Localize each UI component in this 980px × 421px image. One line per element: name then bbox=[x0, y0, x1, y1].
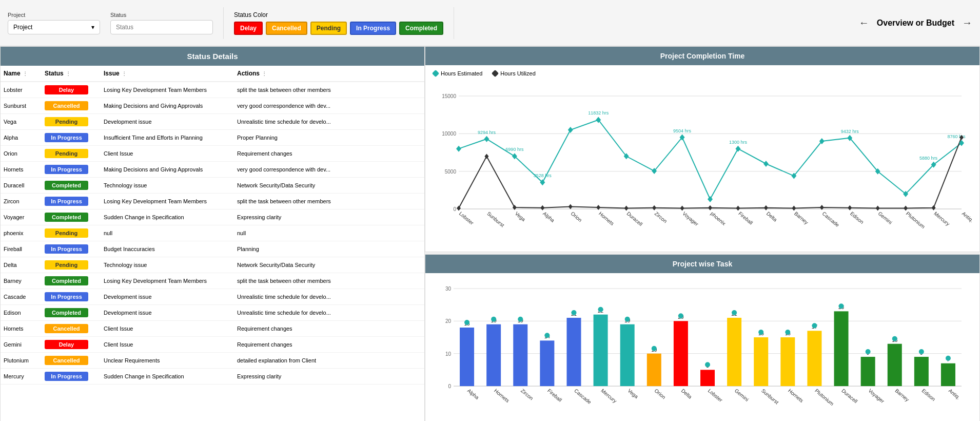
svg-marker-23 bbox=[708, 196, 713, 202]
row-issue: Sudden Change in Specification bbox=[101, 209, 234, 225]
row-status: Pending bbox=[42, 257, 101, 273]
svg-text:9432 hrs: 9432 hrs bbox=[841, 129, 859, 134]
row-name: Zircon bbox=[1, 194, 42, 209]
svg-point-104 bbox=[625, 317, 630, 322]
row-status: In Progress bbox=[42, 194, 101, 209]
row-action: Requirement changes bbox=[234, 337, 424, 353]
row-name: Voyager bbox=[1, 209, 42, 225]
inprogress-badge[interactable]: In Progress bbox=[350, 22, 396, 35]
row-action: split the task between other members bbox=[234, 82, 424, 98]
delay-badge[interactable]: Delay bbox=[234, 22, 263, 35]
project-value: Project bbox=[13, 24, 32, 31]
table-row: Sunburst Cancelled Making Decisions and … bbox=[1, 98, 424, 114]
svg-rect-120 bbox=[780, 337, 795, 386]
svg-text:0: 0 bbox=[448, 384, 451, 389]
pending-badge[interactable]: Pending bbox=[310, 22, 347, 35]
completion-legend: Hours Estimated Hours Utilized bbox=[433, 70, 972, 76]
svg-point-98 bbox=[571, 310, 576, 315]
svg-rect-138 bbox=[941, 363, 955, 386]
chevron-down-icon: ▾ bbox=[91, 24, 94, 31]
status-input[interactable] bbox=[110, 20, 213, 34]
row-status: In Progress bbox=[42, 241, 101, 257]
svg-text:Vega: Vega bbox=[514, 210, 527, 222]
row-action: Proper Planning bbox=[234, 130, 424, 146]
svg-text:Alpha: Alpha bbox=[466, 388, 480, 400]
svg-text:Plutonium: Plutonium bbox=[814, 388, 835, 407]
svg-text:Alpha: Alpha bbox=[542, 210, 556, 223]
row-issue: Losing Key Development Team Members bbox=[101, 273, 234, 289]
col-actions: Actions bbox=[237, 70, 260, 77]
row-name: Plutonium bbox=[1, 353, 42, 369]
status-details-title: Status Details bbox=[1, 47, 424, 66]
svg-point-116 bbox=[732, 310, 737, 315]
table-row: Fireball In Progress Budget Inaccuracies… bbox=[1, 241, 424, 257]
cancelled-badge[interactable]: Cancelled bbox=[266, 22, 307, 35]
project-select[interactable]: Project ▾ bbox=[8, 20, 100, 34]
status-color-section: Status Color Delay Cancelled Pending In … bbox=[223, 7, 454, 39]
row-issue: Losing Key Development Team Members bbox=[101, 82, 234, 98]
row-name: Delta bbox=[1, 257, 42, 273]
row-action: Unrealistic time schedule for develo... bbox=[234, 305, 424, 321]
svg-text:20: 20 bbox=[445, 318, 452, 324]
svg-marker-48 bbox=[764, 205, 768, 210]
table-row: Gemini Delay Client Issue Requirement ch… bbox=[1, 337, 424, 353]
table-row: Delta Pending Technology issue Network S… bbox=[1, 257, 424, 273]
svg-text:Plutonium: Plutonium bbox=[905, 210, 926, 229]
svg-text:Fireball: Fireball bbox=[546, 388, 563, 403]
svg-rect-102 bbox=[620, 324, 635, 386]
svg-marker-45 bbox=[680, 206, 684, 211]
row-name: Vega bbox=[1, 114, 42, 130]
svg-text:0: 0 bbox=[453, 206, 456, 212]
row-issue: Losing Key Development Team Members bbox=[101, 194, 234, 209]
svg-rect-93 bbox=[540, 340, 554, 386]
project-label: Project bbox=[8, 12, 100, 18]
nav-right-arrow[interactable]: → bbox=[962, 17, 972, 29]
svg-text:Mercury: Mercury bbox=[600, 388, 618, 404]
svg-marker-53 bbox=[904, 206, 908, 211]
row-name: Hornets bbox=[1, 321, 42, 337]
row-action: null bbox=[234, 225, 424, 241]
svg-rect-84 bbox=[460, 328, 474, 386]
row-name: Barney bbox=[1, 273, 42, 289]
legend-estimated: Hours Estimated bbox=[433, 70, 482, 76]
row-action: Planning bbox=[234, 241, 424, 257]
sort-icon-status[interactable]: ⋮ bbox=[66, 71, 71, 76]
row-status: Completed bbox=[42, 209, 101, 225]
svg-point-128 bbox=[839, 303, 844, 309]
row-status: Cancelled bbox=[42, 98, 101, 114]
svg-text:Mercury: Mercury bbox=[933, 210, 951, 227]
status-table: Name ⋮ Status ⋮ Issue bbox=[1, 66, 424, 385]
svg-point-101 bbox=[598, 307, 603, 312]
svg-point-110 bbox=[678, 313, 683, 318]
sort-icon-name[interactable]: ⋮ bbox=[23, 71, 28, 76]
svg-point-89 bbox=[491, 317, 496, 322]
svg-marker-52 bbox=[876, 206, 880, 211]
table-container[interactable]: Name ⋮ Status ⋮ Issue bbox=[1, 66, 424, 385]
table-row: Edison Completed Development issue Unrea… bbox=[1, 305, 424, 321]
row-issue: Technology issue bbox=[101, 257, 234, 273]
sort-icon-issue[interactable]: ⋮ bbox=[122, 71, 127, 76]
svg-marker-40 bbox=[540, 205, 544, 210]
svg-text:9294 hrs: 9294 hrs bbox=[478, 130, 496, 135]
svg-rect-126 bbox=[834, 311, 849, 386]
svg-rect-132 bbox=[888, 344, 902, 386]
nav-left-arrow[interactable]: ← bbox=[859, 17, 869, 29]
row-status: In Progress bbox=[42, 369, 101, 385]
svg-text:6990 hrs: 6990 hrs bbox=[505, 147, 524, 152]
sort-icon-actions[interactable]: ⋮ bbox=[262, 71, 267, 76]
row-action: Expressing clarity bbox=[234, 369, 424, 385]
svg-point-125 bbox=[812, 323, 817, 328]
task-chart-area: 0102030181919142122191020521151517239139… bbox=[425, 273, 979, 421]
table-row: Alpha In Progress Insufficient Time and … bbox=[1, 130, 424, 146]
svg-text:Gemini: Gemini bbox=[734, 388, 750, 403]
svg-text:Duracell: Duracell bbox=[625, 210, 643, 227]
svg-point-113 bbox=[705, 362, 710, 367]
row-status: Completed bbox=[42, 305, 101, 321]
svg-point-95 bbox=[544, 333, 550, 338]
completed-badge[interactable]: Completed bbox=[399, 22, 443, 35]
row-name: Cascade bbox=[1, 289, 42, 305]
row-status: Pending bbox=[42, 225, 101, 241]
row-status: Cancelled bbox=[42, 353, 101, 369]
table-row: phoenix Pending null null bbox=[1, 225, 424, 241]
svg-marker-26 bbox=[763, 161, 769, 167]
